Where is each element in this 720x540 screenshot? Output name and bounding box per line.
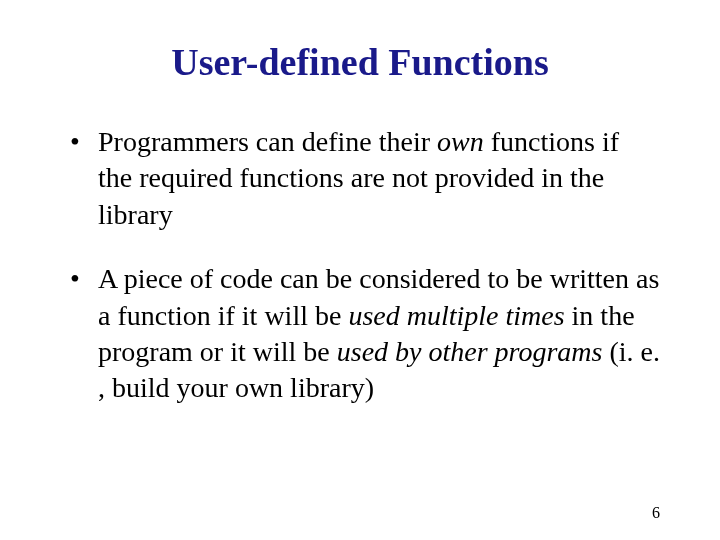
slide-title: User-defined Functions <box>50 40 670 84</box>
slide: User-defined Functions Programmers can d… <box>0 0 720 540</box>
text-run-italic: own <box>437 126 484 157</box>
bullet-item: A piece of code can be considered to be … <box>70 261 660 407</box>
bullet-item: Programmers can define their own functio… <box>70 124 660 233</box>
text-run-italic: used multiple times <box>348 300 564 331</box>
page-number: 6 <box>652 504 660 522</box>
text-run: Programmers can define their <box>98 126 437 157</box>
text-run-italic: used by other programs <box>337 336 603 367</box>
bullet-list: Programmers can define their own functio… <box>70 124 660 407</box>
